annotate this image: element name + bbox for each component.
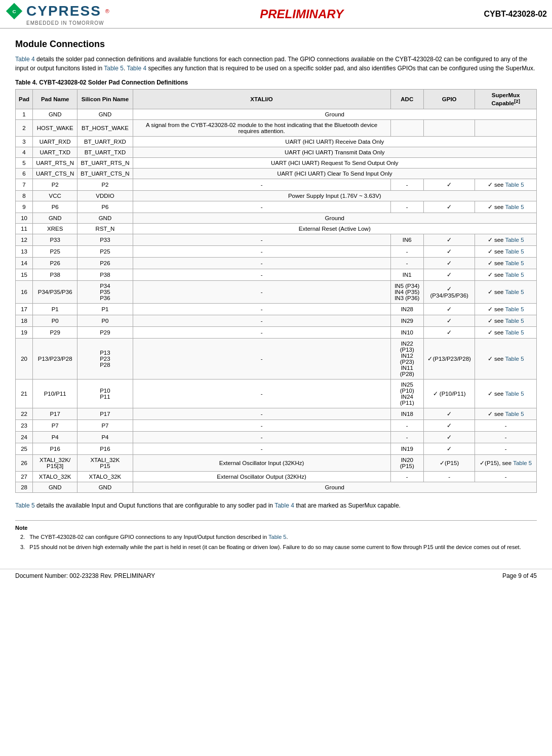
cell-adc: - (390, 245, 424, 257)
cell-pad-name: VCC (33, 190, 77, 201)
table5-link-supermux[interactable]: Table 5 (505, 237, 524, 243)
cell-silicon-pin: P10 P11 (77, 379, 133, 408)
table5-link-supermux[interactable]: Table 5 (505, 260, 524, 266)
table5-link-supermux[interactable]: Table 5 (505, 272, 524, 278)
table5-link-intro[interactable]: Table 5 (104, 65, 124, 72)
cell-pad-name: XTALO_32K (33, 471, 77, 482)
cell-silicon-pin: P17 (77, 408, 133, 419)
cell-supermux: ✓ see Table 5 (475, 280, 537, 303)
cell-pad-name: P4 (33, 431, 77, 443)
table-row: 12P33P33-IN6✓✓ see Table 5 (16, 234, 537, 245)
cell-gpio: ✓ (P10/P11) (424, 379, 475, 408)
cell-supermux: ✓ see Table 5 (475, 338, 537, 379)
cell-adc: IN29 (390, 315, 424, 326)
table-row: 25P16P16-IN19✓- (16, 443, 537, 454)
cell-pad-name: P10/P11 (33, 379, 77, 408)
cell-gpio: ✓ (424, 431, 475, 443)
cell-xtali: - (133, 257, 390, 269)
cell-pad: 27 (16, 471, 33, 482)
cell-pad-name: UART_RXD (33, 136, 77, 147)
cell-pad: 22 (16, 408, 33, 419)
col-pad-name: Pad Name (33, 90, 77, 109)
cell-silicon-pin: P6 (77, 201, 133, 213)
cell-gpio: ✓ (424, 257, 475, 269)
table-caption: Table 4. CYBT-423028-02 Solder Pad Conne… (15, 79, 537, 86)
cell-xtali: - (133, 179, 390, 190)
table-row: 27XTALO_32KXTALO_32KExternal Oscillator … (16, 471, 537, 482)
cell-adc: IN28 (390, 303, 424, 315)
cell-adc: IN18 (390, 408, 424, 419)
table-row: 7P2P2--✓✓ see Table 5 (16, 179, 537, 190)
table-row: 18P0P0-IN29✓✓ see Table 5 (16, 315, 537, 326)
notes-section: Note 2. The CYBT-423028-02 can configure… (15, 520, 537, 552)
registered-mark: ® (105, 8, 109, 14)
table-row: 13P25P25--✓✓ see Table 5 (16, 245, 537, 257)
cell-span: UART (HCI UART) Clear To Send Input Only (133, 168, 536, 179)
page-footer: Document Number: 002-23238 Rev. PRELIMIN… (0, 569, 552, 582)
cell-gpio: ✓ (424, 269, 475, 280)
cell-pad: 15 (16, 269, 33, 280)
table5-link-supermux[interactable]: Table 5 (505, 306, 524, 312)
cell-pad: 21 (16, 379, 33, 408)
table5-link-supermux[interactable]: Table 5 (505, 289, 524, 295)
cell-silicon-pin: BT_HOST_WAKE (77, 119, 133, 136)
cell-span: UART (HCI UART) Request To Send Output O… (133, 157, 536, 168)
cell-silicon-pin: GND (77, 482, 133, 492)
table-row: 26XTALI_32K/ P15[3]XTALI_32K P15External… (16, 454, 537, 471)
col-xtali: XTALI/O (133, 90, 390, 109)
cell-gpio: ✓(P15) (424, 454, 475, 471)
cell-xtali: - (133, 201, 390, 213)
table5-link-supermux[interactable]: Table 5 (505, 356, 524, 362)
table4-link-intro2[interactable]: Table 4 (127, 65, 146, 72)
cell-adc: - (390, 201, 424, 213)
cell-pad: 5 (16, 157, 33, 168)
cell-supermux: ✓ see Table 5 (475, 303, 537, 315)
cell-supermux: - (475, 471, 537, 482)
cell-pad-name: P29 (33, 326, 77, 338)
table5-link-supermux[interactable]: Table 5 (505, 329, 524, 335)
table-row: 23P7P7--✓- (16, 419, 537, 431)
cell-gpio (424, 119, 475, 136)
table5-link-supermux[interactable]: Table 5 (505, 204, 524, 210)
cell-pad-name: GND (33, 482, 77, 492)
table5-link-supermux[interactable]: Table 5 (505, 391, 524, 397)
cell-adc: IN6 (390, 234, 424, 245)
table5-link-supermux[interactable]: Table 5 (505, 248, 524, 255)
cell-adc: IN10 (390, 326, 424, 338)
cell-pad-name: P2 (33, 179, 77, 190)
cell-adc: IN19 (390, 443, 424, 454)
table4-link-intro[interactable]: Table 4 (15, 56, 35, 63)
cell-gpio: ✓ (424, 245, 475, 257)
table-row: 3UART_RXDBT_UART_RXDUART (HCI UART) Rece… (16, 136, 537, 147)
cell-adc (390, 119, 424, 136)
cell-silicon-pin: P13 P23 P28 (77, 338, 133, 379)
cell-adc: IN25 (P10) IN24 (P11) (390, 379, 424, 408)
cell-xtali: - (133, 431, 390, 443)
table5-link-note2[interactable]: Table 5 (268, 534, 286, 540)
cell-silicon-pin: P26 (77, 257, 133, 269)
table5-link-post[interactable]: Table 5 (15, 502, 35, 509)
table5-link-supermux[interactable]: Table 5 (505, 182, 524, 188)
table4-link-post[interactable]: Table 4 (274, 502, 294, 509)
table-row: 20P13/P23/P28P13 P23 P28-IN22 (P13) IN12… (16, 338, 537, 379)
cell-pad-name: P17 (33, 408, 77, 419)
col-supermux: SuperMux Capable[2] (475, 90, 537, 109)
cell-gpio: ✓ (424, 326, 475, 338)
cell-pad: 4 (16, 147, 33, 157)
cell-silicon-pin: VDDIO (77, 190, 133, 201)
col-gpio: GPIO (424, 90, 475, 109)
cell-xtali: - (133, 245, 390, 257)
cell-adc: - (390, 179, 424, 190)
connection-table: Pad Pad Name Silicon Pin Name XTALI/O AD… (15, 89, 537, 493)
table5-link-supermux[interactable]: Table 5 (505, 318, 524, 324)
cell-xtali: External Oscillator Input (32KHz) (133, 454, 390, 471)
cell-adc: - (390, 431, 424, 443)
table5-link-supermux[interactable]: Table 5 (513, 460, 532, 466)
cell-pad: 19 (16, 326, 33, 338)
table5-link-supermux[interactable]: Table 5 (505, 411, 524, 417)
cell-span: Ground (133, 213, 536, 223)
cell-span: UART (HCI UART) Receive Data Only (133, 136, 536, 147)
cell-adc: IN1 (390, 269, 424, 280)
cell-pad: 2 (16, 119, 33, 136)
cell-gpio: ✓ (424, 408, 475, 419)
